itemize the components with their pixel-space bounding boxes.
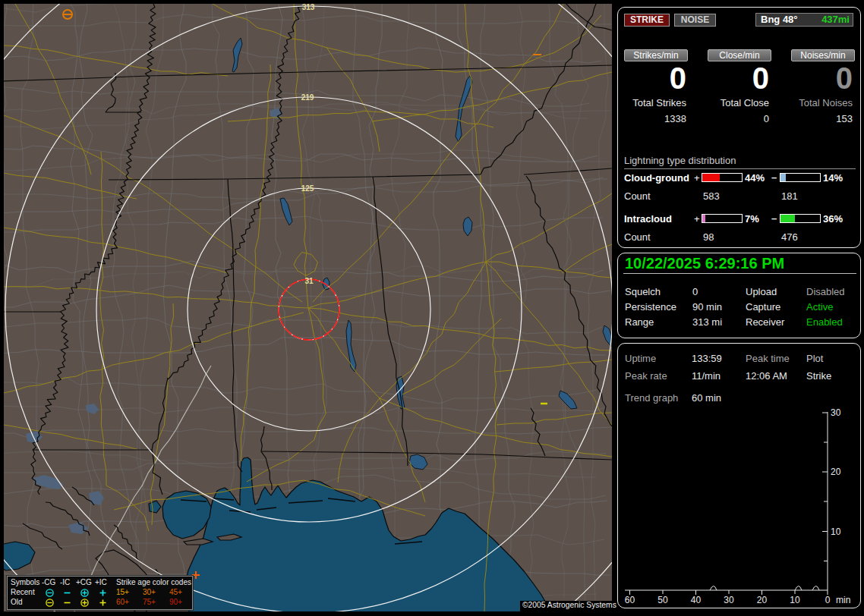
svg-text:60: 60 — [625, 595, 635, 605]
svg-text:10: 10 — [831, 526, 841, 537]
svg-text:10: 10 — [790, 595, 800, 605]
svg-text:min: min — [836, 595, 850, 605]
svg-text:40: 40 — [691, 595, 702, 605]
svg-text:50: 50 — [657, 595, 668, 605]
svg-text:219: 219 — [301, 93, 314, 102]
svg-text:30: 30 — [831, 408, 841, 418]
svg-text:20: 20 — [831, 467, 841, 477]
svg-text:313: 313 — [302, 4, 315, 11]
svg-text:30: 30 — [724, 595, 734, 605]
svg-text:31: 31 — [304, 277, 314, 285]
svg-text:20: 20 — [757, 595, 768, 605]
svg-text:0: 0 — [825, 595, 831, 605]
svg-text:125: 125 — [301, 184, 314, 193]
